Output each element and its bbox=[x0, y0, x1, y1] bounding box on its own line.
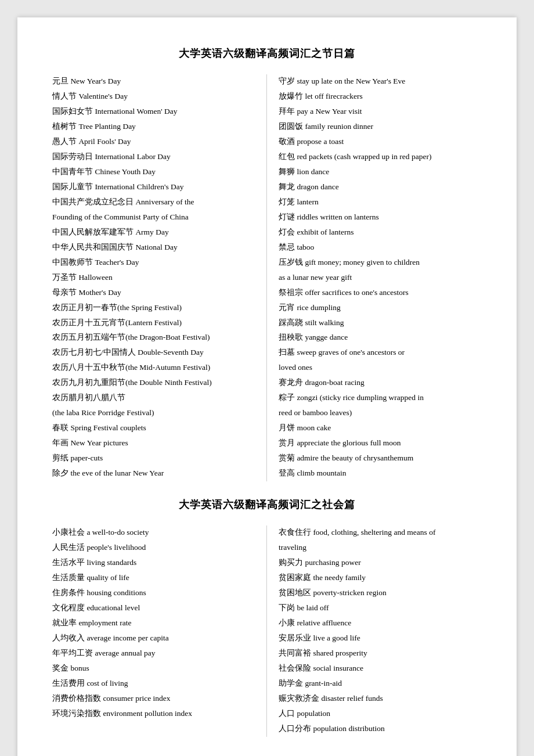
list-item: 愚人节 April Fools' Day bbox=[52, 135, 255, 149]
list-item: 农历七月初七/中国情人 Double-Seventh Day bbox=[52, 345, 255, 360]
list-item: 奖金 bonus bbox=[52, 661, 255, 676]
list-item: 扭秧歌 yangge dance bbox=[279, 330, 482, 345]
list-item: 农历正月初一春节(the Spring Festival) bbox=[52, 301, 255, 315]
list-item: 年平均工资 average annual pay bbox=[52, 646, 255, 661]
list-item: 舞龙 dragon dance bbox=[279, 180, 482, 195]
list-item: 中国人民解放军建军节 Army Day bbox=[52, 225, 255, 240]
section2-content: 小康社会 a well-to-do society人民生活 people's l… bbox=[52, 525, 482, 737]
list-item: 赈灾救济金 disaster relief funds bbox=[279, 692, 482, 706]
list-item: 放爆竹 let off firecrackers bbox=[279, 89, 482, 104]
list-item: 农历腊月初八腊八节 bbox=[52, 391, 255, 405]
list-item: reed or bamboo leaves) bbox=[279, 406, 482, 420]
list-item: 国际儿童节 International Children's Day bbox=[52, 180, 255, 195]
list-item: 压岁钱 gift money; money given to children bbox=[279, 255, 482, 270]
list-item: 剪纸 paper-cuts bbox=[52, 451, 255, 466]
list-item: 植树节 Tree Planting Day bbox=[52, 120, 255, 134]
list-item: 小康社会 a well-to-do society bbox=[52, 525, 255, 540]
section2-title: 大学英语六级翻译高频词汇之社会篇 bbox=[52, 498, 482, 512]
list-item: 守岁 stay up late on the New Year's Eve bbox=[279, 74, 482, 89]
list-item: 农历八月十五中秋节(the Mid-Autumn Festival) bbox=[52, 361, 255, 375]
list-item: 祭祖宗 offer sacrifices to one's ancestors bbox=[279, 286, 482, 300]
list-item: 环境污染指数 environment pollution index bbox=[52, 707, 255, 721]
list-item: 购买力 purchasing power bbox=[279, 556, 482, 570]
section1-right-col: 守岁 stay up late on the New Year's Eve放爆竹… bbox=[267, 74, 482, 481]
list-item: 生活费用 cost of living bbox=[52, 676, 255, 691]
list-item: 衣食住行 food, clothing, sheltering and mean… bbox=[279, 525, 482, 540]
list-item: 小康 relative affluence bbox=[279, 616, 482, 631]
list-item: 社会保险 social insurance bbox=[279, 661, 482, 676]
list-item: traveling bbox=[279, 541, 482, 555]
page: 大学英语六级翻译高频词汇之节日篇 元旦 New Year's Day情人节 Va… bbox=[17, 17, 517, 756]
list-item: 除夕 the eve of the lunar New Year bbox=[52, 466, 255, 481]
list-item: 灯会 exhibit of lanterns bbox=[279, 225, 482, 240]
list-item: 就业率 employment rate bbox=[52, 616, 255, 631]
list-item: 母亲节 Mother's Day bbox=[52, 286, 255, 300]
list-item: 文化程度 educational level bbox=[52, 601, 255, 615]
section2-left-col: 小康社会 a well-to-do society人民生活 people's l… bbox=[52, 525, 267, 737]
list-item: 粽子 zongzi (sticky rice dumpling wrapped … bbox=[279, 391, 482, 405]
list-item: 团圆饭 family reunion dinner bbox=[279, 120, 482, 134]
list-item: 登高 climb mountain bbox=[279, 466, 482, 481]
section1-content: 元旦 New Year's Day情人节 Valentine's Day国际妇女… bbox=[52, 74, 482, 481]
list-item: 万圣节 Halloween bbox=[52, 271, 255, 285]
list-item: 人民生活 people's livelihood bbox=[52, 541, 255, 555]
list-item: 舞狮 lion dance bbox=[279, 165, 482, 179]
list-item: 助学金 grant-in-aid bbox=[279, 676, 482, 691]
list-item: 赏菊 admire the beauty of chrysanthemum bbox=[279, 451, 482, 466]
list-item: 人口分布 population distribution bbox=[279, 722, 482, 736]
list-item: 赛龙舟 dragon-boat racing bbox=[279, 376, 482, 390]
list-item: 禁忌 taboo bbox=[279, 240, 482, 255]
list-item: 生活水平 living standards bbox=[52, 556, 255, 570]
list-item: 共同富裕 shared prosperity bbox=[279, 646, 482, 661]
list-item: 下岗 be laid off bbox=[279, 601, 482, 615]
section2-right-col: 衣食住行 food, clothing, sheltering and mean… bbox=[267, 525, 482, 737]
list-item: 农历九月初九重阳节(the Double Ninth Festival) bbox=[52, 376, 255, 390]
list-item: Founding of the Communist Party of China bbox=[52, 210, 255, 225]
list-item: 安居乐业 live a good life bbox=[279, 631, 482, 646]
list-item: 赏月 appreciate the glorious full moon bbox=[279, 436, 482, 451]
list-item: 消费价格指数 consumer price index bbox=[52, 692, 255, 706]
list-item: 拜年 pay a New Year visit bbox=[279, 105, 482, 119]
list-item: 农历正月十五元宵节(Lantern Festival) bbox=[52, 316, 255, 330]
list-item: 扫墓 sweep graves of one's ancestors or bbox=[279, 345, 482, 360]
list-item: 人口 population bbox=[279, 707, 482, 721]
list-item: 中国青年节 Chinese Youth Day bbox=[52, 165, 255, 179]
list-item: 红包 red packets (cash wrapped up in red p… bbox=[279, 150, 482, 164]
list-item: 踩高跷 stilt walking bbox=[279, 316, 482, 330]
list-item: 国际妇女节 International Women' Day bbox=[52, 105, 255, 119]
list-item: 灯笼 lantern bbox=[279, 195, 482, 210]
list-item: 元宵 rice dumpling bbox=[279, 301, 482, 315]
list-item: 春联 Spring Festival couplets bbox=[52, 421, 255, 435]
list-item: 贫困地区 poverty-stricken region bbox=[279, 586, 482, 600]
list-item: 国际劳动日 International Labor Day bbox=[52, 150, 255, 164]
list-item: 敬酒 propose a toast bbox=[279, 135, 482, 149]
list-item: 元旦 New Year's Day bbox=[52, 74, 255, 89]
section1-left-col: 元旦 New Year's Day情人节 Valentine's Day国际妇女… bbox=[52, 74, 267, 481]
list-item: loved ones bbox=[279, 361, 482, 375]
list-item: 中国共产党成立纪念日 Anniversary of the bbox=[52, 195, 255, 210]
list-item: 人均收入 average income per capita bbox=[52, 631, 255, 646]
list-item: 农历五月初五端午节(the Dragon-Boat Festival) bbox=[52, 330, 255, 345]
list-item: (the laba Rice Porridge Festival) bbox=[52, 406, 255, 420]
list-item: 年画 New Year pictures bbox=[52, 436, 255, 451]
list-item: 中国教师节 Teacher's Day bbox=[52, 255, 255, 270]
list-item: as a lunar new year gift bbox=[279, 271, 482, 285]
list-item: 灯谜 riddles written on lanterns bbox=[279, 210, 482, 225]
list-item: 月饼 moon cake bbox=[279, 421, 482, 435]
list-item: 情人节 Valentine's Day bbox=[52, 89, 255, 104]
list-item: 住房条件 housing conditions bbox=[52, 586, 255, 600]
list-item: 贫困家庭 the needy family bbox=[279, 571, 482, 585]
section1-title: 大学英语六级翻译高频词汇之节日篇 bbox=[52, 46, 482, 60]
list-item: 中华人民共和国国庆节 National Day bbox=[52, 240, 255, 255]
list-item: 生活质量 quality of life bbox=[52, 571, 255, 585]
